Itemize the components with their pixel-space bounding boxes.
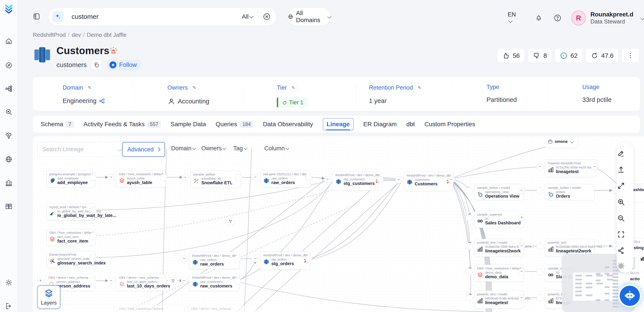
chevron-down-icon[interactable] [640,16,644,20]
sidebar-home-icon[interactable] [5,38,12,45]
lineage-node-add-employee[interactable]: postgres-example / postgres / production… [46,171,95,188]
node-display-name[interactable]: Operations View [485,194,519,199]
sidebar-product-icon[interactable] [5,85,12,92]
lineage-node-raw-orders[interactable]: red-pere-20241211 / dev / dbt_jaffleraw_… [260,171,310,188]
process-node-icon[interactable] [169,277,177,285]
process-node-icon[interactable] [227,218,234,225]
lineage-zoom-in-icon[interactable] [617,198,625,206]
avatar[interactable]: R [571,11,586,26]
breadcrumb[interactable]: RedshiftProd/dev/Demo dbt Jaffle [33,32,126,38]
collapse-port[interactable]: − [181,255,188,262]
node-display-name[interactable]: lineagetest2work [485,248,534,253]
tab-lineage[interactable]: Lineage [323,118,354,130]
port[interactable] [90,207,96,214]
lineage-search-input[interactable]: Search Lineage [38,142,126,157]
lineage-node-stg-orders[interactable]: RedshiftProd / dev / demo_dbt_jafflestg_… [260,251,310,269]
breadcrumb-item[interactable]: Demo dbt Jaffle [87,32,127,38]
tab-er-diagram[interactable]: ER Diagram [363,121,396,128]
lineage-zoom-out-icon[interactable] [617,214,625,222]
sidebar-insights-icon[interactable] [5,132,12,139]
port[interactable] [90,174,96,181]
sidebar-compass-icon[interactable] [5,62,12,69]
port[interactable] [536,268,543,275]
port[interactable] [466,243,473,250]
metadata-value[interactable]: 1 year [369,97,424,104]
metadata-label[interactable]: Retention Period [369,84,413,91]
collapse-port[interactable]: − [324,176,331,183]
thumb-up-button[interactable]: 56 [498,49,524,63]
node-display-name[interactable]: Sales Dashboard [485,220,520,225]
refresh-button[interactable]: 47.6 [586,49,618,63]
lineage-node-dbx-demo-new-schema[interactable]: DBX / demo / new_schema [188,305,257,312]
sidebar-toggle-icon[interactable] [33,13,40,20]
port[interactable] [160,277,167,284]
lineage-node-sales-dashboard[interactable]: sample_superset31Sales Dashboard [474,211,524,228]
metadata-label[interactable]: Type [486,84,499,90]
port[interactable] [536,243,543,250]
port[interactable] [90,232,96,239]
port[interactable] [466,294,473,301]
node-display-name[interactable]: Orders [556,194,570,199]
breadcrumb-item[interactable]: dev [72,32,81,38]
search-scope-dropdown[interactable]: All [242,13,253,20]
port[interactable] [234,255,241,262]
collapse-port[interactable]: − [448,176,455,183]
node-display-name[interactable]: raw_orders [271,180,295,185]
port[interactable] [234,277,241,284]
lineage-fullscreen-icon[interactable] [617,230,625,238]
sidebar-globe-icon[interactable] [5,155,12,163]
sidebar-governance-icon[interactable] [5,179,12,187]
metadata-label[interactable]: Tier [277,84,287,91]
node-display-name[interactable]: Customers [415,181,438,187]
notifications-bell-icon[interactable] [535,14,543,22]
lineage-canvas[interactable]: Search Lineage Advanced DomainOwnersTagC… [33,136,644,312]
lineage-node-lineagetest[interactable]: Powerbi-Redshift-Prod872e1f0c-500e-4a20-… [545,160,596,177]
search-input[interactable]: customer [72,13,242,20]
port[interactable] [466,187,473,194]
node-display-name[interactable]: add_employee [57,180,88,185]
lineage-node-dbx-hive-metastore-default[interactable]: DBX / hive_metastore / default [116,305,185,312]
tab-data-observability[interactable]: Data Observability [263,121,313,128]
user-menu[interactable]: Rounakpreet.d Data Steward [590,11,633,25]
lineage-node-last-10-days-orders[interactable]: DBX / demo / new_schemalast_10_days_orde… [116,274,166,291]
lineage-node-glossary-search-index[interactable]: ElasticSearchProdglossary_search_indexgl… [46,251,95,268]
circle-dot-button[interactable]: 62 [555,49,582,63]
node-display-name[interactable]: raw_customers [200,283,232,288]
metadata-value[interactable]: 33rd pctile [582,96,612,103]
lineage-filter-owners[interactable]: Owners [201,145,226,152]
all-domains-dropdown[interactable]: All Domains [288,8,331,26]
advanced-filters-button[interactable]: Advanced [122,142,165,157]
tab-dbt[interactable]: dbt [406,121,415,128]
tab-queries[interactable]: Queries184 [216,121,253,128]
node-display-name[interactable]: ayush_table [127,180,152,185]
lineage-node-stg-customers[interactable]: RedshiftProd / dev / demo_dbt_jafflestg_… [332,171,382,191]
layers-button[interactable]: Layers [37,285,60,309]
collapse-port[interactable]: − [108,174,114,181]
edit-pencil-icon[interactable]: ✎ [190,84,198,92]
lineage-node-operations-view[interactable]: sample_looker / modeloperations_viewOper… [474,184,524,200]
lineage-node-lineagetest[interactable]: powerbi_test / modelf4fd30a6-57d6-4cf9-b… [474,290,524,308]
metadata-label[interactable]: Usage [582,84,599,90]
follow-button[interactable]: ★ Follow [106,60,142,70]
collapse-port[interactable]: − [182,174,189,181]
lineage-node-omone[interactable]: omone [545,136,578,148]
tab-sample-data[interactable]: Sample Data [170,121,206,128]
lineage-node-fragment[interactable] [638,254,644,272]
sidebar-discover-icon[interactable] [5,108,12,116]
lineage-relayout-icon[interactable] [617,247,625,255]
lineage-edit-icon[interactable] [617,149,625,157]
lineage-upload-icon[interactable] [617,166,625,174]
lineage-settings-icon[interactable] [617,262,625,270]
lineage-filter-column[interactable]: Column [264,145,289,152]
metadata-value[interactable]: Partitioned [486,96,517,103]
port[interactable] [536,294,543,301]
tab-custom-properties[interactable]: Custom Properties [424,121,475,128]
lineage-node-orders[interactable]: sample_looker / modelordersOrders [545,184,594,200]
node-display-name[interactable]: raw_orders [200,262,224,267]
metadata-value[interactable]: Engineering [62,97,105,104]
edit-pencil-icon[interactable]: ✎ [86,84,94,92]
port[interactable] [90,254,96,261]
collapse-port[interactable]: − [252,255,259,262]
collapse-port[interactable]: − [536,163,543,170]
lineage-node-io-global-by-wait-by-late-[interactable]: mysql_prod / default / sysio_global_by_w… [46,203,95,220]
